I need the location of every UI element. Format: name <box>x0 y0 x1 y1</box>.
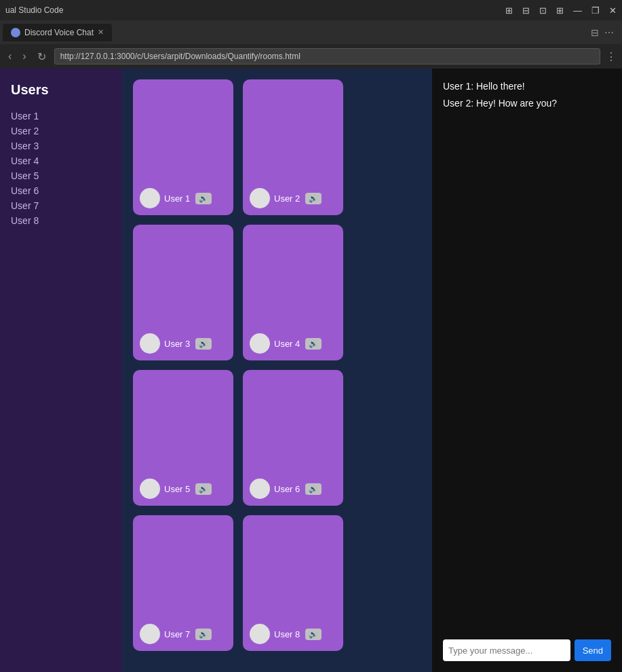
sidebar-item-user-8[interactable]: User 8 <box>11 213 111 228</box>
sidebar-item-user-2[interactable]: User 2 <box>11 124 111 138</box>
mute-button-user-6[interactable]: 🔊 <box>305 483 322 495</box>
restore-button[interactable]: ❐ <box>591 5 600 16</box>
chat-message-2: User 2: Hey! How are you? <box>443 96 611 111</box>
browser-menu-button[interactable]: ⋮ <box>606 50 617 63</box>
sidebar-item-user-6[interactable]: User 6 <box>11 183 111 198</box>
close-button[interactable]: ✕ <box>609 5 617 16</box>
app-container: Users User 1User 2User 3User 4User 5User… <box>0 69 622 672</box>
avatar-user-7 <box>140 624 160 644</box>
app-name: ual Studio Code <box>5 5 63 15</box>
avatar-user-4 <box>250 333 270 354</box>
chat-input-row: Send <box>443 639 611 661</box>
user-card-name-3: User 3 <box>164 339 190 349</box>
mute-button-user-2[interactable]: 🔊 <box>305 193 322 204</box>
sidebar-title: Users <box>11 82 111 98</box>
sidebar-item-user-1[interactable]: User 1 <box>11 109 111 124</box>
user-card-inner-2: User 2🔊 <box>250 188 336 208</box>
reload-button[interactable]: ↻ <box>35 49 49 64</box>
avatar-user-6 <box>250 479 270 499</box>
back-button[interactable]: ‹ <box>5 49 14 64</box>
chat-messages: User 1: Hello there!User 2: Hey! How are… <box>443 79 611 631</box>
user-card-name-1: User 1 <box>164 193 190 204</box>
user-card-inner-6: User 6🔊 <box>250 479 336 499</box>
sidebar-item-user-4[interactable]: User 4 <box>11 153 111 168</box>
url-input[interactable] <box>54 48 600 64</box>
avatar-user-3 <box>140 333 160 354</box>
mute-button-user-7[interactable]: 🔊 <box>195 629 212 640</box>
user-card-name-4: User 4 <box>274 339 300 349</box>
sidebar-users-list: User 1User 2User 3User 4User 5User 6User… <box>11 109 111 228</box>
user-card-inner-7: User 7🔊 <box>140 624 227 644</box>
user-card-name-6: User 6 <box>274 484 300 494</box>
user-card-6: User 6🔊 <box>243 370 343 506</box>
mute-button-user-4[interactable]: 🔊 <box>305 338 322 350</box>
user-card-name-7: User 7 <box>164 629 190 639</box>
avatar-user-1 <box>140 188 160 208</box>
user-card-inner-8: User 8🔊 <box>250 624 336 644</box>
user-card-4: User 4🔊 <box>243 225 343 360</box>
title-bar-left: ual Studio Code <box>5 5 63 15</box>
main-video-grid: User 1🔊User 2🔊User 3🔊User 4🔊User 5🔊User … <box>122 69 432 672</box>
sidebar-item-user-7[interactable]: User 7 <box>11 198 111 213</box>
user-card-inner-5: User 5🔊 <box>140 479 227 499</box>
avatar-user-2 <box>250 188 270 208</box>
title-bar-icons: ⊞ ⊟ ⊡ ⊞ — ❐ ✕ <box>505 5 617 16</box>
mute-button-user-3[interactable]: 🔊 <box>195 338 212 350</box>
user-card-name-2: User 2 <box>274 193 300 204</box>
split-editor-icon[interactable]: ⊟ <box>591 27 599 38</box>
user-card-inner-1: User 1🔊 <box>140 188 227 208</box>
forward-button[interactable]: › <box>20 49 28 64</box>
layout-icon-2[interactable]: ⊟ <box>522 5 530 16</box>
tab-bar-actions: ⊟ ⋯ <box>591 27 619 38</box>
minimize-button[interactable]: — <box>573 5 582 16</box>
user-card-name-8: User 8 <box>274 629 300 639</box>
user-card-inner-4: User 4🔊 <box>250 333 336 354</box>
sidebar-item-user-3[interactable]: User 3 <box>11 138 111 153</box>
sidebar-item-user-5[interactable]: User 5 <box>11 168 111 183</box>
tab-bar: Discord Voice Chat ✕ ⊟ ⋯ <box>0 20 622 44</box>
chat-message-1: User 1: Hello there! <box>443 79 611 94</box>
user-card-5: User 5🔊 <box>133 370 233 506</box>
mute-button-user-1[interactable]: 🔊 <box>195 193 212 204</box>
mute-button-user-5[interactable]: 🔊 <box>195 483 212 495</box>
tab-close-button[interactable]: ✕ <box>98 28 104 37</box>
mute-button-user-8[interactable]: 🔊 <box>305 629 322 640</box>
avatar-user-8 <box>250 624 270 644</box>
user-card-8: User 8🔊 <box>243 515 343 651</box>
title-bar: ual Studio Code ⊞ ⊟ ⊡ ⊞ — ❐ ✕ <box>0 0 622 20</box>
avatar-user-5 <box>140 479 160 499</box>
layout-icon-1[interactable]: ⊞ <box>505 5 513 16</box>
message-input[interactable] <box>443 639 570 661</box>
user-card-3: User 3🔊 <box>133 225 233 360</box>
active-tab[interactable]: Discord Voice Chat ✕ <box>3 24 112 41</box>
address-bar: ‹ › ↻ ⋮ <box>0 44 622 69</box>
user-card-7: User 7🔊 <box>133 515 233 651</box>
layout-icon-4[interactable]: ⊞ <box>556 5 564 16</box>
send-button[interactable]: Send <box>575 639 611 661</box>
layout-icon-3[interactable]: ⊡ <box>539 5 547 16</box>
user-card-2: User 2🔊 <box>243 79 343 215</box>
sidebar: Users User 1User 2User 3User 4User 5User… <box>0 69 122 672</box>
user-card-1: User 1🔊 <box>133 79 233 215</box>
more-actions-icon[interactable]: ⋯ <box>604 27 614 38</box>
tab-favicon <box>11 28 20 37</box>
chat-area: User 1: Hello there!User 2: Hey! How are… <box>432 69 622 672</box>
tab-label: Discord Voice Chat <box>24 28 94 37</box>
user-card-inner-3: User 3🔊 <box>140 333 227 354</box>
user-card-name-5: User 5 <box>164 484 190 494</box>
